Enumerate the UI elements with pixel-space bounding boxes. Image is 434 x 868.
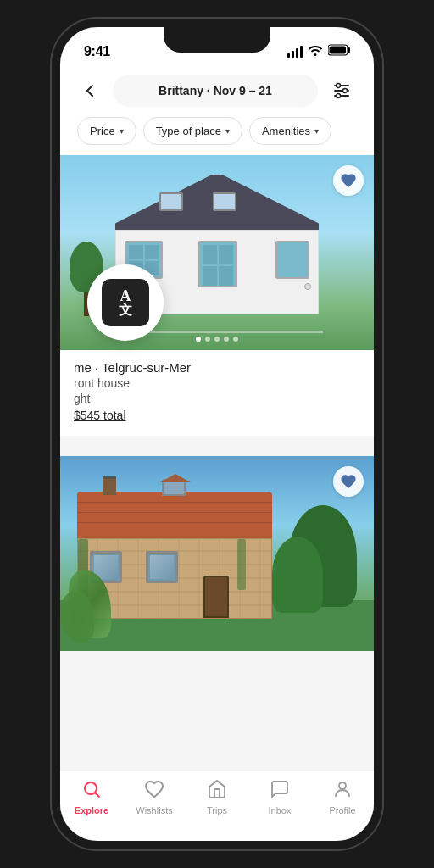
listing-subtitle-1: ront house [74, 376, 360, 390]
wishlists-icon [144, 779, 164, 803]
listing-image-2[interactable] [60, 456, 374, 651]
search-text: Brittany · Nov 9 – 21 [159, 84, 272, 97]
chevron-down-icon: ▾ [120, 126, 124, 136]
back-button[interactable] [77, 77, 104, 104]
translate-icon: A 文 [102, 279, 149, 326]
chevron-down-icon: ▾ [225, 126, 230, 136]
listing-title-1: me · Telgruc-sur-Mer [74, 360, 360, 375]
dot-5 [233, 337, 238, 342]
nav-explore[interactable]: Explore [60, 779, 123, 815]
bottom-nav: Explore Wishlists Trips [60, 770, 374, 841]
svg-point-7 [343, 89, 348, 93]
listing-info-1: me · Telgruc-sur-Mer ront house ght $545… [60, 350, 374, 436]
svg-point-11 [339, 782, 346, 789]
image-dots [196, 337, 238, 342]
translate-overlay[interactable]: A 文 [87, 264, 164, 341]
signal-icon [287, 46, 303, 58]
nav-profile[interactable]: Profile [311, 779, 374, 815]
explore-label: Explore [75, 805, 108, 815]
dot-1 [196, 337, 201, 342]
profile-icon [332, 779, 353, 803]
nav-wishlists[interactable]: Wishlists [123, 779, 186, 815]
explore-icon [81, 779, 102, 803]
filter-chips: Price ▾ Type of place ▾ Amenities ▾ [60, 117, 374, 155]
chip-amenities[interactable]: Amenities ▾ [249, 117, 331, 145]
svg-point-6 [337, 84, 341, 88]
svg-rect-2 [330, 47, 347, 54]
wishlist-button-1[interactable] [333, 165, 364, 196]
nav-trips[interactable]: Trips [186, 779, 248, 815]
nav-inbox[interactable]: Inbox [248, 779, 311, 815]
dot-2 [205, 337, 210, 342]
listing-price-1: $545 total [74, 409, 360, 422]
chip-price[interactable]: Price ▾ [77, 117, 136, 145]
inbox-icon [270, 779, 290, 803]
trips-icon [207, 779, 227, 803]
listing-card-2 [60, 456, 374, 651]
profile-label: Profile [329, 805, 355, 815]
status-icons [287, 44, 350, 59]
svg-point-8 [337, 94, 341, 98]
listings-container: me · Telgruc-sur-Mer ront house ght $545… [60, 155, 374, 811]
notch [164, 27, 270, 53]
dot-4 [224, 337, 229, 342]
svg-line-10 [96, 793, 100, 798]
inbox-label: Inbox [269, 805, 292, 815]
wishlist-button-2[interactable] [333, 466, 364, 497]
filter-button[interactable] [326, 75, 357, 106]
trips-label: Trips [207, 805, 227, 815]
dot-3 [214, 337, 220, 342]
status-time: 9:41 [84, 44, 110, 59]
header: Brittany · Nov 9 – 21 [60, 68, 374, 117]
listing-subtitle-2: ght [74, 392, 360, 405]
battery-icon [328, 44, 350, 59]
chip-type-of-place[interactable]: Type of place ▾ [143, 117, 242, 145]
wifi-icon [308, 44, 323, 59]
search-pill[interactable]: Brittany · Nov 9 – 21 [113, 75, 318, 107]
wishlists-label: Wishlists [136, 805, 172, 815]
phone-frame: 9:41 [52, 19, 382, 849]
svg-rect-1 [348, 47, 351, 53]
chevron-down-icon: ▾ [314, 126, 319, 136]
